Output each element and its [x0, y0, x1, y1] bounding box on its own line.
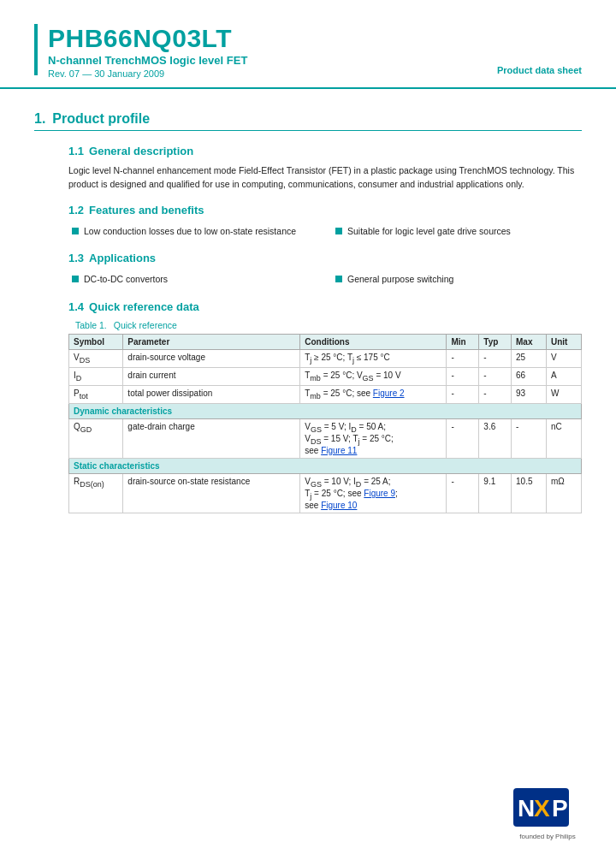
cell-typ: -: [479, 386, 512, 404]
cell-parameter: total power dissipation: [123, 386, 300, 404]
subsection-1-2-title: 1.2Features and benefits: [68, 204, 582, 216]
col-min: Min: [447, 335, 479, 350]
cell-symbol: Ptot: [69, 386, 123, 404]
figure2-link[interactable]: Figure 2: [373, 389, 405, 398]
subsection-1-4: 1.4Quick reference data Table 1.Quick re…: [68, 300, 582, 513]
product-revision: Rev. 07 — 30 January 2009: [48, 68, 247, 79]
features-grid: Low conduction losses due to low on-stat…: [72, 223, 582, 240]
app-item-2: General purpose switching: [335, 271, 582, 288]
subsection-1-4-title: 1.4Quick reference data: [68, 300, 582, 313]
feature-text-1: Low conduction losses due to low on-stat…: [84, 225, 296, 239]
cell-unit: W: [547, 386, 582, 404]
subsection-1-3: 1.3Applications DC-to-DC convertors Gene…: [68, 252, 582, 288]
cell-max: 66: [512, 368, 547, 386]
cell-conditions: Tmb = 25 °C; see Figure 2: [300, 386, 447, 404]
feature-item-2: Suitable for logic level gate drive sour…: [335, 223, 582, 240]
cell-min: -: [447, 386, 479, 404]
col-parameter: Parameter: [123, 335, 300, 350]
cell-min: -: [447, 474, 479, 513]
col-typ: Typ: [479, 335, 512, 350]
figure11-link[interactable]: Figure 11: [321, 446, 357, 455]
cell-unit: V: [547, 350, 582, 368]
section-1-title: 1.Product profile: [34, 111, 582, 131]
table-section-row-dynamic: Dynamic characteristics: [69, 404, 582, 419]
table-row: Ptot total power dissipation Tmb = 25 °C…: [69, 386, 582, 404]
app-item-1: DC-to-DC convertors: [72, 271, 318, 288]
header-bar: [34, 24, 38, 75]
table-row: QGD gate-drain charge VGS = 5 V; ID = 50…: [69, 419, 582, 459]
header-title-group: PHB66NQ03LT N-channel TrenchMOS logic le…: [48, 24, 247, 79]
cell-max: 93: [512, 386, 547, 404]
subsection-1-1-title: 1.1General description: [68, 145, 582, 157]
bullet-icon-2: [335, 228, 342, 234]
cell-max: 10.5: [512, 474, 547, 513]
cell-conditions: Tj ≥ 25 °C; Tj ≤ 175 °C: [300, 350, 447, 368]
nxp-logo-area: N X P founded by Philips: [513, 784, 582, 840]
cell-typ: 9.1: [479, 474, 512, 513]
table-row: RDS(on) drain-source on-state resistance…: [69, 474, 582, 513]
cell-max: 25: [512, 350, 547, 368]
nxp-tagline: founded by Philips: [519, 833, 575, 840]
cell-parameter: drain-source voltage: [123, 350, 300, 368]
nxp-logo: N X P: [513, 784, 582, 831]
cell-symbol: ID: [69, 368, 123, 386]
subsection-1-2: 1.2Features and benefits Low conduction …: [68, 204, 582, 240]
table-section-row-static: Static characteristics: [69, 459, 582, 474]
cell-parameter: gate-drain charge: [123, 419, 300, 459]
cell-typ: -: [479, 350, 512, 368]
bullet-icon-4: [335, 276, 342, 282]
cell-typ: -: [479, 368, 512, 386]
cell-conditions: Tmb = 25 °C; VGS = 10 V: [300, 368, 447, 386]
figure10-link[interactable]: Figure 10: [321, 501, 357, 510]
cell-conditions: VGS = 10 V; ID = 25 A;Tj = 25 °C; see Fi…: [300, 474, 447, 513]
cell-unit: mΩ: [547, 474, 582, 513]
main-content: 1.Product profile 1.1General description…: [0, 89, 616, 560]
bullet-icon-1: [72, 228, 79, 234]
product-title: PHB66NQ03LT: [48, 24, 247, 52]
cell-conditions: VGS = 5 V; ID = 50 A;VDS = 15 V; Tj = 25…: [300, 419, 447, 459]
feature-item-1: Low conduction losses due to low on-stat…: [72, 223, 318, 240]
cell-symbol: VDS: [69, 350, 123, 368]
figure9-link[interactable]: Figure 9: [364, 489, 395, 498]
subsection-1-1: 1.1General description Logic level N-cha…: [68, 145, 582, 192]
cell-symbol: RDS(on): [69, 474, 123, 513]
app-text-1: DC-to-DC convertors: [84, 273, 168, 287]
cell-typ: 3.6: [479, 419, 512, 459]
app-text-2: General purpose switching: [347, 273, 453, 287]
subsection-1-3-title: 1.3Applications: [68, 252, 582, 264]
cell-max: -: [512, 419, 547, 459]
section-label-static: Static characteristics: [69, 459, 582, 474]
doc-type: Product data sheet: [497, 65, 582, 79]
table-row: ID drain current Tmb = 25 °C; VGS = 10 V…: [69, 368, 582, 386]
product-subtitle: N-channel TrenchMOS logic level FET: [48, 54, 247, 67]
cell-min: -: [447, 419, 479, 459]
section-1-number: 1.: [34, 111, 45, 126]
col-conditions: Conditions: [300, 335, 447, 350]
cell-unit: A: [547, 368, 582, 386]
cell-min: -: [447, 350, 479, 368]
cell-parameter: drain-source on-state resistance: [123, 474, 300, 513]
subsection-1-1-text: Logic level N-channel enhancement mode F…: [68, 164, 582, 192]
cell-parameter: drain current: [123, 368, 300, 386]
col-unit: Unit: [547, 335, 582, 350]
svg-text:P: P: [552, 795, 568, 822]
col-symbol: Symbol: [69, 335, 123, 350]
cell-symbol: QGD: [69, 419, 123, 459]
feature-text-2: Suitable for logic level gate drive sour…: [347, 225, 511, 239]
table-label: Table 1.Quick reference: [68, 320, 582, 330]
bullet-icon-3: [72, 276, 79, 282]
col-max: Max: [512, 335, 547, 350]
table-row: VDS drain-source voltage Tj ≥ 25 °C; Tj …: [69, 350, 582, 368]
cell-min: -: [447, 368, 479, 386]
svg-text:X: X: [534, 795, 550, 822]
cell-unit: nC: [547, 419, 582, 459]
page-header: PHB66NQ03LT N-channel TrenchMOS logic le…: [0, 0, 616, 89]
applications-grid: DC-to-DC convertors General purpose swit…: [72, 271, 582, 288]
svg-text:N: N: [518, 795, 535, 822]
section-label-dynamic: Dynamic characteristics: [69, 404, 582, 419]
quick-reference-table: Symbol Parameter Conditions Min Typ Max …: [68, 334, 582, 513]
header-left: PHB66NQ03LT N-channel TrenchMOS logic le…: [34, 24, 247, 79]
